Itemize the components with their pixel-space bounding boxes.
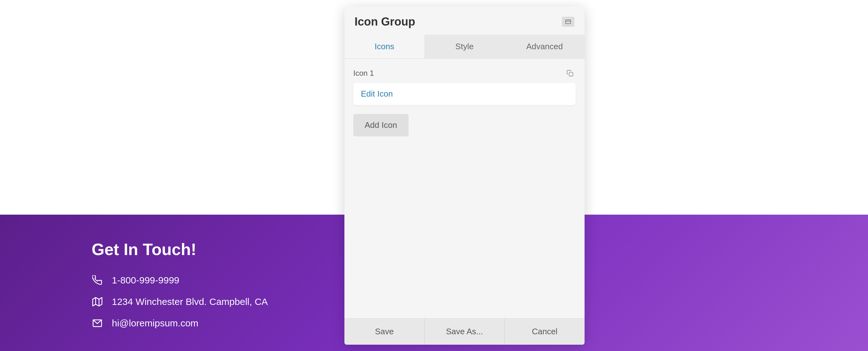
svg-marker-0 [93,297,102,306]
dialog-title: Icon Group [354,15,415,28]
svg-rect-6 [569,72,573,76]
email-icon [92,318,103,329]
tab-icons[interactable]: Icons [344,35,424,59]
drag-handle[interactable] [344,168,345,184]
contact-email-item: hi@loremipsum.com [92,318,268,329]
contact-phone-item: 1-800-999-9999 [92,275,268,286]
icon1-copy-button[interactable] [564,68,576,79]
contact-title: Get In Touch! [92,240,268,259]
icon1-label: Icon 1 [353,69,374,78]
tabs-bar: Icons Style Advanced [344,35,585,59]
save-button[interactable]: Save [344,318,425,345]
cancel-button[interactable]: Cancel [505,318,585,345]
tab-advanced[interactable]: Advanced [505,35,585,59]
edit-icon-link[interactable]: Edit Icon [361,89,393,99]
contact-phone: 1-800-999-9999 [112,275,180,286]
dialog-body: Icon 1 Edit Icon Add Icon [344,59,585,318]
contact-email: hi@loremipsum.com [112,318,198,328]
icon-group-dialog: Icon Group Icons Style Advanced Icon 1 [344,6,585,345]
add-icon-button[interactable]: Add Icon [353,114,409,136]
phone-icon [92,275,103,286]
tab-style[interactable]: Style [424,35,504,59]
icon1-header: Icon 1 [353,68,576,79]
icon1-edit-box: Edit Icon [353,83,576,105]
svg-rect-4 [566,20,571,24]
contact-address-item: 1234 Winchester Blvd. Campbell, CA [92,296,268,308]
contact-address: 1234 Winchester Blvd. Campbell, CA [112,296,268,307]
save-as-button[interactable]: Save As... [425,318,505,345]
minimize-button[interactable] [562,17,575,27]
dialog-footer: Save Save As... Cancel [344,318,585,345]
contact-section: Get In Touch! 1-800-999-9999 1234 Winche… [92,240,268,339]
map-icon [92,296,103,308]
dialog-header: Icon Group [344,6,585,35]
